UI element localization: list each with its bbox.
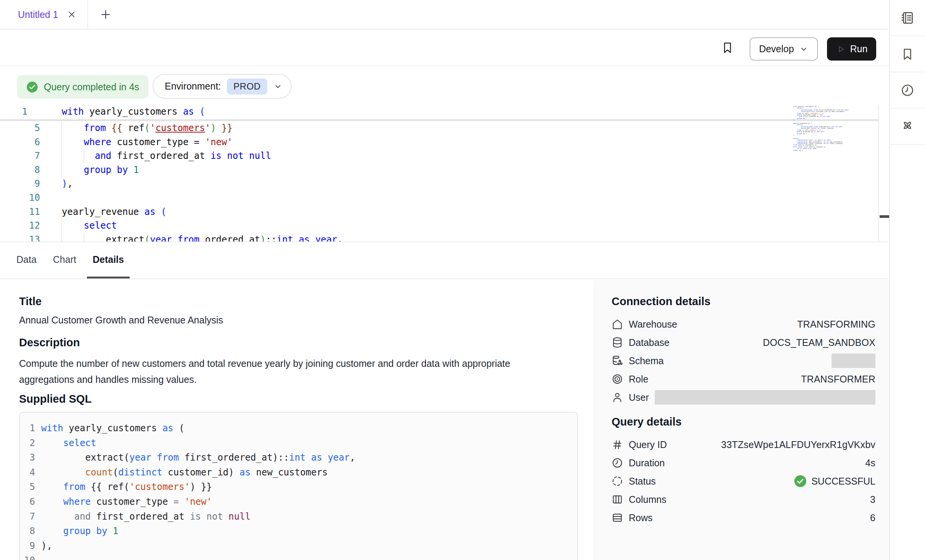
detail-value: 6 (870, 512, 875, 523)
scrollbar-thumb[interactable] (880, 215, 889, 218)
database-icon (612, 337, 623, 348)
detail-label: Rows (629, 512, 653, 523)
detail-value: TRANSFORMER (801, 374, 875, 385)
code-line-4: 4 count(distinct customer_id) as new_cus… (20, 465, 577, 480)
result-tabs: DataChartDetails (0, 242, 888, 279)
code-line-1: 1with yearly_customers as ( (20, 421, 577, 436)
detail-label: User (629, 392, 649, 403)
code-line-12: 12 select (0, 219, 878, 233)
title-text: Annual Customer Growth and Revenue Analy… (19, 314, 578, 326)
columns-icon (612, 494, 623, 505)
supplied-sql-block: 1with yearly_customers as (2 select3 ext… (19, 412, 578, 560)
code-line-8: 8 group by 1 (0, 163, 878, 177)
environment-selector[interactable]: Environment: PROD (153, 74, 292, 99)
description-text: Compute the number of new customers and … (19, 355, 532, 387)
schema-icon (612, 355, 623, 366)
indent-guide (61, 219, 62, 242)
editor-tab-bar: Untitled 1 (0, 0, 888, 30)
query-details-heading: Query details (612, 416, 875, 428)
rows-icon (612, 512, 623, 523)
environment-value-badge: PROD (227, 78, 267, 94)
editor-minimap[interactable]: with yearly_customers as ( select extrac… (793, 106, 862, 151)
code-line-5: 5 from {{ ref('customers') }} (20, 480, 577, 494)
bookmark-icon (901, 47, 914, 61)
rail-copilot-button[interactable] (890, 109, 925, 145)
detail-label: Warehouse (629, 319, 677, 330)
code-line-2: 2 select (20, 436, 577, 451)
detail-label: Database (629, 337, 670, 348)
rail-bookmark-button[interactable] (890, 36, 925, 72)
query-details-rows: Query ID33TZseWpe1ALFDUYerxR1gVKxbvDurat… (612, 435, 875, 527)
detail-label: Query ID (629, 439, 667, 450)
detail-row-schema: Schema (612, 352, 875, 370)
sql-editor[interactable]: 1with yearly_customers as ( 5 from {{ re… (0, 105, 878, 242)
code-line-7: 7 and first_ordered_at is not null (20, 509, 577, 524)
editor-scrollbar[interactable] (878, 105, 888, 242)
run-label: Run (850, 43, 868, 54)
redacted-value (655, 390, 875, 405)
detail-label: Status (629, 476, 656, 487)
query-status-badge: Query completed in 4s (17, 75, 148, 99)
detail-value: 33TZseWpe1ALFDUYerxR1gVKxbv (721, 439, 875, 450)
play-icon (836, 44, 846, 54)
chevron-down-icon (273, 82, 283, 91)
bookmark-icon[interactable] (719, 36, 736, 59)
detail-row-user: User (612, 388, 875, 406)
notebook-icon (901, 11, 914, 25)
tab-details[interactable]: Details (87, 242, 130, 278)
rail-notebook-button[interactable] (890, 0, 925, 36)
develop-dropdown[interactable]: Develop (750, 37, 818, 61)
check-circle-icon (26, 81, 38, 93)
loader-icon (612, 475, 623, 487)
description-heading: Description (19, 336, 578, 349)
hash-icon (612, 439, 623, 450)
detail-value: 3 (870, 494, 875, 505)
clock-icon (612, 457, 623, 469)
query-status-text: Query completed in 4s (44, 82, 139, 93)
connection-details-rows: WarehouseTRANSFORMINGDatabaseDOCS_TEAM_S… (612, 315, 875, 406)
details-panel: Title Annual Customer Growth and Revenue… (0, 280, 888, 560)
code-line-10: 10 (20, 553, 577, 560)
code-line-3: 3 extract(year from first_ordered_at)::i… (20, 450, 577, 465)
clock-icon (901, 83, 914, 97)
detail-value: DOCS_TEAM_SANDBOX (763, 337, 875, 348)
code-line-13: 13 extract(year from ordered_at)::int as… (0, 233, 878, 242)
code-line-6: 6 where customer_type = 'new' (20, 494, 577, 509)
code-line-1: 1with yearly_customers as ( (0, 105, 878, 119)
indent-guide (61, 121, 62, 177)
details-right-column: Connection details WarehouseTRANSFORMING… (593, 280, 888, 560)
toolbar: Develop Run (0, 30, 888, 66)
indent-guide (84, 233, 84, 242)
status-badge: SUCCESSFUL (794, 475, 875, 488)
copilot-icon (901, 120, 914, 133)
code-line-10: 10 (0, 191, 878, 205)
detail-row-database: DatabaseDOCS_TEAM_SANDBOX (612, 333, 875, 352)
detail-label: Role (629, 374, 648, 385)
tab-label: Untitled 1 (18, 9, 58, 20)
detail-value: 4s (865, 458, 875, 469)
detail-label: Columns (629, 494, 666, 505)
detail-row-warehouse: WarehouseTRANSFORMING (612, 315, 875, 333)
chevron-down-icon (799, 45, 808, 54)
check-circle-icon (794, 475, 807, 488)
environment-label: Environment: (165, 81, 221, 92)
code-line-6: 6 where customer_type = 'new' (0, 135, 878, 149)
detail-value: SUCCESSFUL (811, 476, 875, 487)
code-line-7: 7 and first_ordered_at is not null (0, 149, 878, 163)
user-icon (612, 392, 623, 403)
code-line-11: 11yearly_revenue as ( (0, 205, 878, 219)
tab-untitled-1[interactable]: Untitled 1 (0, 0, 88, 29)
new-tab-button[interactable] (97, 6, 114, 23)
close-tab-icon[interactable] (67, 10, 77, 19)
run-button[interactable]: Run (827, 37, 876, 61)
rail-clock-button[interactable] (890, 72, 925, 109)
tab-chart[interactable]: Chart (47, 242, 82, 278)
detail-row-role: RoleTRANSFORMER (612, 370, 875, 388)
target-icon (612, 373, 623, 385)
code-line-9: 9), (0, 177, 878, 191)
tab-data[interactable]: Data (11, 242, 42, 278)
detail-label: Schema (629, 355, 664, 366)
indent-guide (84, 149, 84, 163)
details-left-column: Title Annual Customer Growth and Revenue… (19, 280, 578, 560)
detail-value: TRANSFORMING (797, 319, 875, 330)
